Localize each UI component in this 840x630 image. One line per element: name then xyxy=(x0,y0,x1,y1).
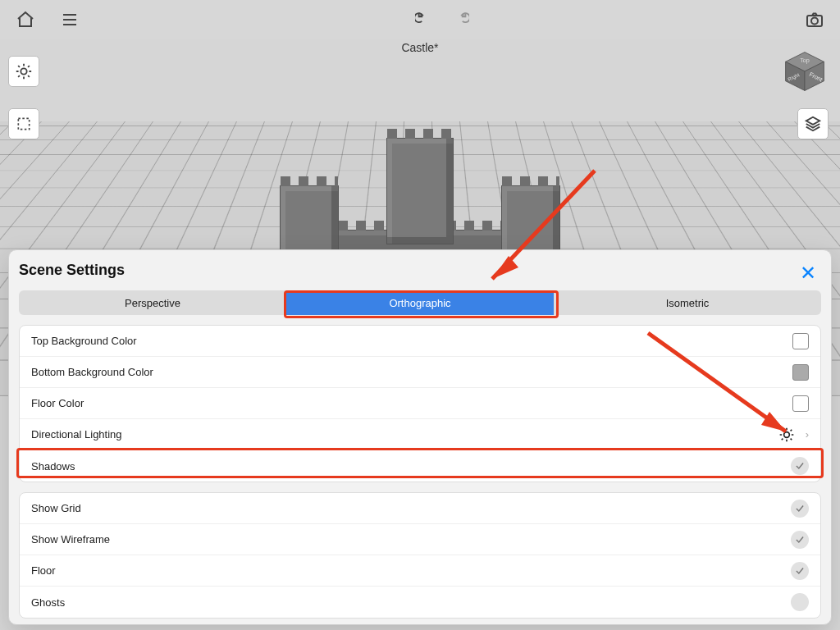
sun-icon xyxy=(13,61,34,82)
row-label: Bottom Background Color xyxy=(31,366,153,378)
selection-icon xyxy=(13,113,34,135)
close-icon: ✕ xyxy=(800,262,816,284)
row-label: Ghosts xyxy=(31,596,65,609)
svg-point-10 xyxy=(783,431,789,437)
home-icon[interactable] xyxy=(15,9,36,30)
undo-icon[interactable] xyxy=(413,9,435,30)
row-shadows[interactable]: Shadows xyxy=(20,450,820,482)
svg-point-1 xyxy=(811,18,818,25)
selection-button[interactable] xyxy=(8,108,39,139)
row-bottom-bg-color[interactable]: Bottom Background Color xyxy=(20,357,820,388)
svg-rect-3 xyxy=(18,118,29,129)
settings-group-1: Top Background Color Bottom Background C… xyxy=(19,325,821,482)
svg-point-2 xyxy=(21,68,26,74)
row-label: Shadows xyxy=(31,460,75,472)
row-label: Show Grid xyxy=(31,502,81,514)
document-title: Castle* xyxy=(0,41,840,54)
row-directional-lighting[interactable]: Directional Lighting › xyxy=(20,419,820,450)
checkbox-show-wireframe[interactable] xyxy=(791,531,809,549)
row-label: Show Wireframe xyxy=(31,533,110,546)
layers-icon xyxy=(802,113,824,135)
checkbox-ghosts-off[interactable] xyxy=(791,593,809,611)
row-floor-color[interactable]: Floor Color xyxy=(20,388,820,419)
checkbox-floor[interactable] xyxy=(791,562,809,580)
checkbox-shadows[interactable] xyxy=(791,457,809,475)
row-top-bg-color[interactable]: Top Background Color xyxy=(20,326,820,357)
chevron-right-icon: › xyxy=(806,428,809,441)
layers-button[interactable] xyxy=(797,108,829,139)
row-label: Floor xyxy=(31,564,56,577)
redo-icon[interactable] xyxy=(450,9,471,30)
svg-text:Top: Top xyxy=(800,57,810,64)
color-swatch-white[interactable] xyxy=(792,333,809,349)
row-label: Directional Lighting xyxy=(31,428,122,441)
color-swatch-white[interactable] xyxy=(792,395,809,412)
tab-isometric[interactable]: Isometric xyxy=(554,290,821,315)
menu-icon[interactable] xyxy=(59,9,80,30)
scene-settings-panel: Scene Settings ✕ Perspective Orthographi… xyxy=(8,249,832,625)
checkbox-show-grid[interactable] xyxy=(791,500,809,518)
panel-title: Scene Settings xyxy=(19,262,821,279)
row-label: Floor Color xyxy=(31,397,84,409)
row-label: Top Background Color xyxy=(31,335,137,347)
top-toolbar xyxy=(0,0,840,39)
view-cube[interactable]: Top Right Front xyxy=(783,49,827,94)
row-show-grid[interactable]: Show Grid xyxy=(20,493,820,524)
sun-icon xyxy=(776,424,797,445)
row-show-wireframe[interactable]: Show Wireframe xyxy=(20,524,820,555)
tab-orthographic[interactable]: Orthographic xyxy=(286,290,554,315)
settings-group-2: Show Grid Show Wireframe Floor Ghosts xyxy=(19,492,821,619)
color-swatch-grey[interactable] xyxy=(792,364,809,381)
camera-icon[interactable] xyxy=(804,9,825,30)
close-button[interactable]: ✕ xyxy=(800,262,816,285)
lighting-button[interactable] xyxy=(8,56,39,87)
row-floor[interactable]: Floor xyxy=(20,555,820,587)
tab-perspective[interactable]: Perspective xyxy=(19,290,286,315)
row-ghosts[interactable]: Ghosts xyxy=(20,587,820,618)
projection-tabs: Perspective Orthographic Isometric xyxy=(19,290,821,315)
